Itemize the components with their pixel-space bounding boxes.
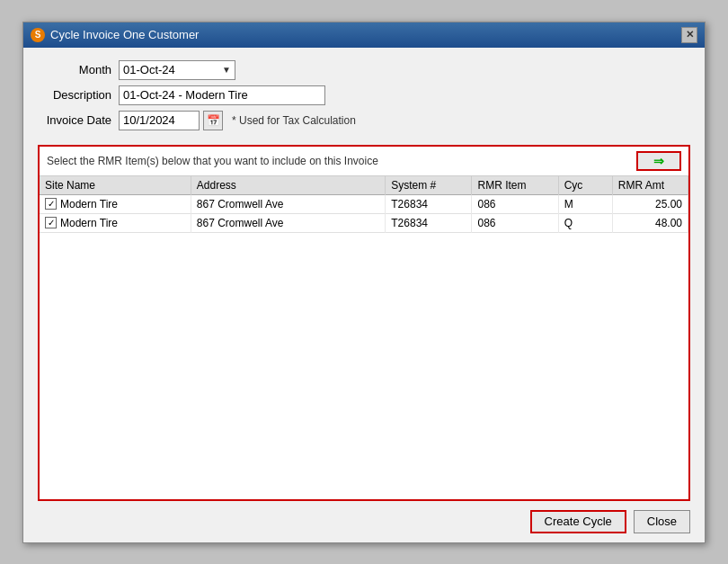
month-row: Month 01-Oct-24 ▼ [38,60,690,80]
calendar-button[interactable]: 📅 [203,111,223,130]
month-dropdown[interactable]: 01-Oct-24 ▼ [119,60,235,80]
invoice-date-input[interactable] [119,111,200,130]
month-label: Month [38,63,119,76]
go-arrow-icon: ⇒ [653,154,664,168]
form-section: Month 01-Oct-24 ▼ Description Invoice Da… [38,60,690,136]
close-button[interactable]: Close [634,510,690,533]
app-icon: S [31,28,45,42]
cell-site-1: Modern Tire [40,213,191,232]
window-close-button[interactable]: ✕ [681,27,697,43]
row-checkbox-1[interactable] [45,217,57,228]
table-section: Select the RMR Item(s) below that you wa… [38,145,690,501]
cell-amt-0: 25.00 [612,194,688,213]
table-header-bar: Select the RMR Item(s) below that you wa… [40,147,688,176]
row-checkbox-0[interactable] [45,198,57,210]
description-row: Description [38,85,690,105]
footer-row: Create Cycle Close [38,501,690,533]
site-name-0: Modern Tire [60,198,118,210]
description-input[interactable] [119,85,325,105]
window-body: Month 01-Oct-24 ▼ Description Invoice Da… [23,48,705,542]
cycle-invoice-window: S Cycle Invoice One Customer ✕ Month 01-… [22,22,706,543]
cell-cyc-0: M [558,194,612,213]
table-row: Modern Tire867 Cromwell AveT26834086M25.… [40,194,688,213]
description-label: Description [38,88,119,102]
table-body: Modern Tire867 Cromwell AveT26834086M25.… [40,194,688,232]
cell-address-0: 867 Cromwell Ave [191,194,385,213]
month-dropdown-arrow: ▼ [222,65,231,75]
cell-address-1: 867 Cromwell Ave [191,213,385,232]
cell-system-1: T26834 [386,213,472,232]
data-table: Site Name Address System # RMR Item Cyc … [40,176,688,233]
calendar-icon: 📅 [207,114,220,127]
cell-rmr-1: 086 [472,213,558,232]
col-header-system: System # [386,176,472,195]
cell-cyc-1: Q [558,213,612,232]
create-cycle-button[interactable]: Create Cycle [530,510,626,533]
col-header-amt: RMR Amt [612,176,688,195]
invoice-date-label: Invoice Date [38,113,119,127]
cell-site-0: Modern Tire [40,194,191,213]
table-header-row: Site Name Address System # RMR Item Cyc … [40,176,688,195]
title-bar-left: S Cycle Invoice One Customer [31,28,199,42]
tax-note: * Used for Tax Calculation [232,114,356,127]
month-dropdown-value: 01-Oct-24 [123,63,175,76]
window-title: Cycle Invoice One Customer [50,28,199,41]
col-header-address: Address [191,176,385,195]
invoice-date-row: Invoice Date 📅 * Used for Tax Calculatio… [38,111,690,130]
table-row: Modern Tire867 Cromwell AveT26834086Q48.… [40,213,688,232]
cell-amt-1: 48.00 [612,213,688,232]
go-button[interactable]: ⇒ [636,151,681,171]
site-name-1: Modern Tire [60,217,118,229]
col-header-site: Site Name [40,176,191,195]
cell-system-0: T26834 [386,194,472,213]
col-header-rmr: RMR Item [472,176,558,195]
month-control-group: 01-Oct-24 ▼ [119,60,235,80]
invoice-date-group: 📅 * Used for Tax Calculation [119,111,356,130]
col-header-cyc: Cyc [558,176,612,195]
cell-rmr-0: 086 [472,194,558,213]
table-instruction: Select the RMR Item(s) below that you wa… [47,155,378,167]
title-bar: S Cycle Invoice One Customer ✕ [23,22,705,48]
